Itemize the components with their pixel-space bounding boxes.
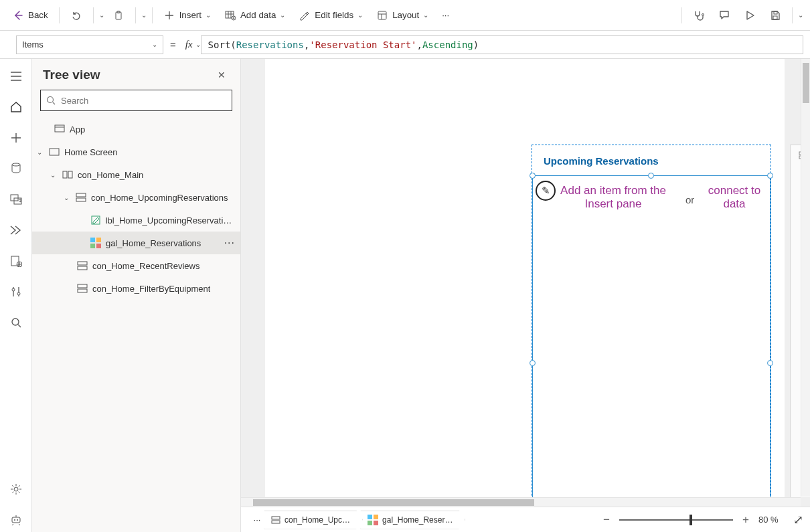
svg-rect-31 xyxy=(78,289,87,292)
container-icon xyxy=(76,260,88,272)
svg-rect-24 xyxy=(68,171,72,178)
zoom-slider[interactable] xyxy=(619,519,733,521)
svg-point-15 xyxy=(12,319,19,325)
chevron-down-icon: ⌄ xyxy=(152,41,157,48)
chevron-down-icon[interactable]: ⌄ xyxy=(99,11,104,19)
tree-item-label: lbl_Home_UpcomingReservations xyxy=(106,215,235,226)
chevron-down-icon[interactable]: ⌄ xyxy=(195,41,201,48)
container-icon xyxy=(62,169,74,181)
tree-item-label: gal_Home_Reservations xyxy=(106,238,201,248)
tree-view-button[interactable] xyxy=(4,95,28,119)
chevron-down-icon[interactable]: ⌄ xyxy=(798,11,803,19)
save-icon xyxy=(769,9,781,21)
tree-item-con-filter[interactable]: con_Home_FilterByEquipment xyxy=(32,277,240,300)
label-icon xyxy=(90,214,102,226)
tree-item-home-screen[interactable]: ⌄ Home Screen xyxy=(32,141,240,163)
close-panel-button[interactable]: ✕ xyxy=(214,67,230,83)
svg-point-20 xyxy=(48,97,54,103)
hint-or-text: or xyxy=(685,194,694,205)
paste-button[interactable] xyxy=(107,5,130,26)
svg-point-16 xyxy=(14,487,18,491)
tree-item-label: con_Home_RecentReviews xyxy=(92,261,199,271)
resize-handle[interactable] xyxy=(530,360,536,366)
tree-item-con-upcoming[interactable]: ⌄ con_Home_UpcomingReservations xyxy=(32,186,240,209)
comments-button[interactable] xyxy=(713,5,736,26)
svg-rect-34 xyxy=(272,517,280,519)
breadcrumb-item[interactable]: gal_Home_Reser… xyxy=(360,511,465,529)
insert-label: Insert xyxy=(179,10,201,20)
horizontal-scrollbar[interactable] xyxy=(241,497,801,507)
gallery-icon xyxy=(90,237,102,249)
svg-rect-30 xyxy=(78,284,87,288)
resize-handle[interactable] xyxy=(767,173,773,179)
svg-rect-29 xyxy=(78,266,87,270)
resize-handle[interactable] xyxy=(648,173,654,179)
tree-search-box[interactable] xyxy=(40,90,232,111)
health-check-button[interactable] xyxy=(687,5,710,26)
breadcrumb-more-button[interactable]: ··· xyxy=(248,515,266,525)
add-data-button[interactable]: Add data ⌄ xyxy=(219,5,291,26)
svg-point-5 xyxy=(702,13,704,15)
tree-search-input[interactable] xyxy=(61,96,226,106)
gallery-selection-outline[interactable] xyxy=(532,175,771,497)
svg-rect-23 xyxy=(63,171,67,178)
back-button[interactable]: Back xyxy=(7,5,54,26)
tree-item-gal-reservations[interactable]: gal_Home_Reservations ··· xyxy=(32,232,240,254)
undo-icon xyxy=(70,9,82,21)
svg-point-13 xyxy=(12,288,15,291)
undo-button[interactable] xyxy=(65,5,88,26)
svg-rect-21 xyxy=(55,125,64,132)
tree-item-lbl-upcoming[interactable]: lbl_Home_UpcomingReservations xyxy=(32,209,240,232)
fit-to-screen-button[interactable]: ⤢ xyxy=(793,513,803,527)
vertical-scrollbar[interactable] xyxy=(801,59,810,497)
formula-input[interactable]: Sort(Reservations, 'Reservation Start', … xyxy=(201,35,803,54)
svg-rect-35 xyxy=(272,521,280,523)
chevron-down-icon: ⌄ xyxy=(357,11,363,19)
preview-button[interactable] xyxy=(738,5,761,26)
chevron-down-icon[interactable]: ⌄ xyxy=(141,11,147,19)
svg-point-18 xyxy=(14,519,15,521)
svg-rect-28 xyxy=(78,262,87,265)
advanced-tools-button[interactable] xyxy=(4,280,28,304)
data-pane-button[interactable] xyxy=(4,157,28,181)
resize-handle[interactable] xyxy=(767,360,773,366)
slider-knob[interactable] xyxy=(690,515,692,525)
more-icon[interactable]: ··· xyxy=(224,237,235,249)
layout-button[interactable]: Layout ⌄ xyxy=(371,5,434,26)
power-automate-button[interactable] xyxy=(4,218,28,242)
save-button[interactable] xyxy=(764,5,787,26)
status-bar: ··· con_Home_Upc… gal_Home_Reser… − + 80… xyxy=(241,507,810,532)
canvas-area: Upcoming Reservations ✎ Add an item from… xyxy=(241,59,810,532)
breadcrumb-item[interactable]: con_Home_Upc… xyxy=(264,511,363,529)
tree-item-con-home-main[interactable]: ⌄ con_Home_Main xyxy=(32,163,240,186)
equals-sign: = xyxy=(170,39,176,50)
chevron-down-icon: ⌄ xyxy=(206,11,211,19)
tree-item-con-recent[interactable]: con_Home_RecentReviews xyxy=(32,254,240,277)
svg-point-8 xyxy=(12,163,20,166)
chevron-down-icon: ⌄ xyxy=(35,149,44,156)
more-menu-button[interactable]: ··· xyxy=(436,5,455,26)
resize-handle[interactable] xyxy=(530,173,536,179)
media-pane-button[interactable] xyxy=(4,187,28,211)
connect-data-link[interactable]: connect to data xyxy=(703,184,766,211)
insert-pane-button[interactable] xyxy=(4,126,28,150)
play-icon xyxy=(744,9,756,21)
arrow-left-icon xyxy=(12,9,24,21)
settings-button[interactable] xyxy=(4,477,28,501)
canvas-viewport[interactable]: Upcoming Reservations ✎ Add an item from… xyxy=(241,59,810,497)
virtual-agent-button[interactable] xyxy=(4,508,28,532)
insert-hint-text: Add an item from the Insert pane xyxy=(556,184,671,211)
tree-item-app[interactable]: App xyxy=(32,118,240,141)
search-pane-button[interactable] xyxy=(4,311,28,335)
search-icon xyxy=(46,96,56,105)
insert-button[interactable]: Insert ⌄ xyxy=(158,5,216,26)
variables-button[interactable] xyxy=(4,249,28,273)
zoom-in-button[interactable]: + xyxy=(740,513,752,527)
container-icon xyxy=(271,516,280,524)
edit-fields-button[interactable]: Edit fields ⌄ xyxy=(293,5,368,26)
layout-label: Layout xyxy=(392,10,419,20)
edit-gallery-button[interactable]: ✎ xyxy=(536,181,556,201)
property-dropdown[interactable]: Items ⌄ xyxy=(16,35,163,54)
hamburger-button[interactable] xyxy=(4,64,28,88)
zoom-out-button[interactable]: − xyxy=(600,513,613,527)
